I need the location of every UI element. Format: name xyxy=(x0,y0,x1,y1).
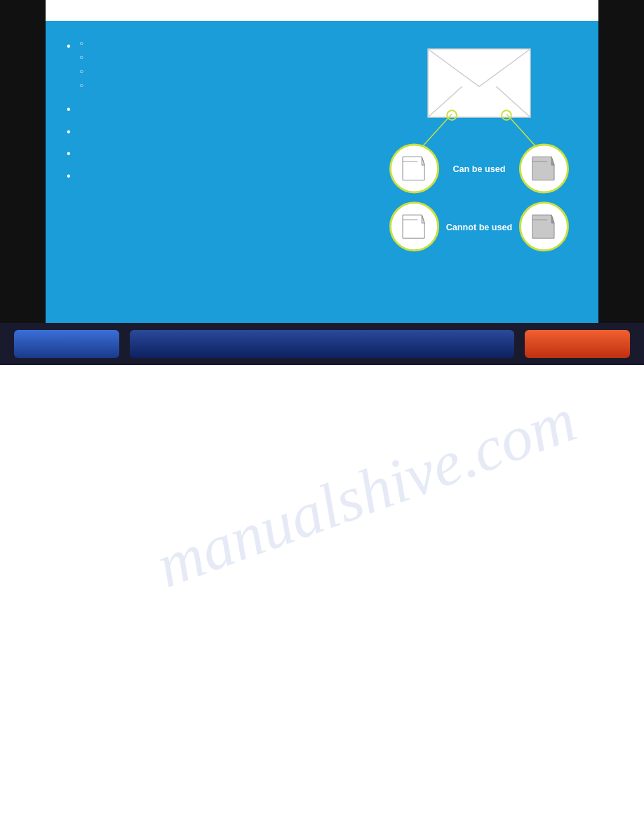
envelope-diagram: Can be used Cannot be used xyxy=(381,42,577,295)
svg-marker-6 xyxy=(403,157,424,180)
svg-marker-7 xyxy=(422,157,424,165)
list-item-4 xyxy=(67,168,368,182)
svg-point-18 xyxy=(520,203,568,251)
right-sidebar xyxy=(598,0,644,344)
list-item-2 xyxy=(67,124,368,138)
bullet-list xyxy=(67,38,368,181)
nav-left-button[interactable] xyxy=(14,330,119,358)
list-item-sub xyxy=(67,38,368,93)
svg-marker-11 xyxy=(551,157,554,165)
svg-marker-20 xyxy=(551,215,554,223)
svg-point-5 xyxy=(391,145,438,192)
svg-rect-0 xyxy=(428,49,530,117)
sub-list-item xyxy=(79,66,368,79)
svg-point-14 xyxy=(391,203,438,251)
envelope-graphic xyxy=(428,49,530,117)
svg-line-1 xyxy=(421,114,452,148)
nav-right-button[interactable] xyxy=(525,330,630,358)
connector-svg: Can be used Cannot be used xyxy=(381,42,577,295)
sub-list-item xyxy=(79,38,368,51)
svg-point-4 xyxy=(502,110,511,120)
svg-line-2 xyxy=(507,114,537,148)
svg-marker-16 xyxy=(422,215,424,223)
main-content-area: Can be used Cannot be used xyxy=(46,21,598,323)
svg-text:Cannot be used: Cannot be used xyxy=(446,223,513,232)
nav-center-button[interactable] xyxy=(130,330,514,358)
page-wrapper: Can be used Cannot be used xyxy=(0,0,644,834)
svg-point-9 xyxy=(520,145,568,192)
list-item-1 xyxy=(67,101,368,115)
svg-marker-19 xyxy=(532,215,554,238)
watermark: manualshive.com xyxy=(147,383,585,602)
svg-text:Can be used: Can be used xyxy=(452,164,505,174)
sub-list xyxy=(79,38,368,93)
svg-marker-15 xyxy=(403,215,424,238)
list-item-3 xyxy=(67,145,368,159)
sub-list-item xyxy=(79,80,368,93)
navigation-bar xyxy=(0,323,644,365)
svg-marker-10 xyxy=(532,157,554,180)
left-sidebar xyxy=(0,0,46,344)
svg-point-3 xyxy=(447,110,457,120)
sub-list-item xyxy=(79,52,368,65)
